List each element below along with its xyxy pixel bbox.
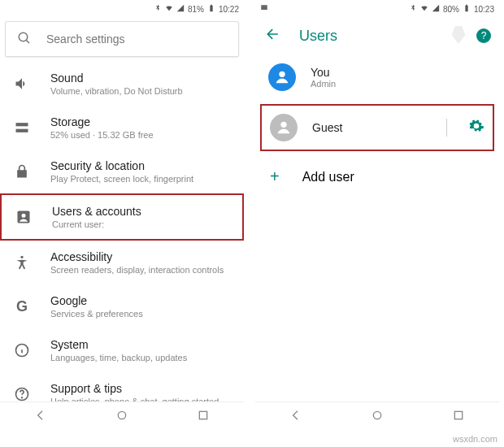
user-role: Admin	[311, 79, 336, 89]
back-arrow-icon[interactable]	[265, 26, 281, 46]
svg-point-17	[373, 411, 380, 419]
add-user-label: Add user	[302, 170, 354, 184]
status-bar: 80% 10:23	[255, 0, 499, 16]
avatar-icon	[270, 114, 298, 141]
plus-icon: +	[270, 167, 280, 186]
help-button[interactable]: ?	[476, 28, 491, 43]
nav-bar	[255, 401, 499, 431]
settings-item-system[interactable]: System Languages, time, backup, updates	[0, 328, 244, 372]
home-nav-icon[interactable]	[371, 409, 384, 425]
bluetooth-icon	[154, 4, 162, 14]
bluetooth-icon	[409, 4, 417, 14]
item-title: System	[50, 338, 187, 351]
watermark-logo	[447, 26, 470, 44]
settings-item-support[interactable]: Support & tips Help articles, phone & ch…	[0, 372, 244, 401]
search-placeholder: Search settings	[46, 33, 125, 46]
battery-icon	[207, 4, 215, 14]
nav-bar	[0, 401, 244, 431]
account-box-icon	[15, 209, 33, 225]
item-sub: Services & preferences	[50, 309, 143, 319]
svg-point-11	[22, 397, 23, 398]
item-title: Storage	[50, 115, 154, 128]
back-nav-icon[interactable]	[34, 409, 47, 425]
watermark-text: wsxdn.com	[453, 434, 497, 444]
gear-icon[interactable]	[468, 118, 484, 137]
svg-point-12	[118, 411, 125, 419]
search-icon	[17, 31, 32, 48]
item-title: Sound	[50, 72, 183, 85]
item-title: Google	[50, 294, 143, 307]
svg-point-6	[20, 256, 23, 258]
item-sub: Volume, vibration, Do Not Disturb	[50, 86, 183, 96]
user-you[interactable]: You Admin	[255, 55, 499, 99]
battery-percent: 81%	[188, 5, 204, 14]
signal-icon	[176, 4, 185, 14]
divider	[446, 119, 447, 137]
settings-item-security[interactable]: Security & location Play Protect, screen…	[0, 150, 244, 193]
signal-icon	[432, 4, 440, 14]
accessibility-icon	[13, 254, 31, 271]
svg-point-16	[280, 122, 286, 128]
item-sub: Play Protect, screen lock, fingerprint	[50, 174, 193, 184]
settings-item-storage[interactable]: Storage 52% used · 15.32 GB free	[0, 106, 244, 150]
item-title: Accessibility	[50, 250, 224, 263]
svg-point-0	[19, 33, 28, 41]
recents-nav-icon[interactable]	[197, 409, 210, 425]
recents-nav-icon[interactable]	[452, 409, 465, 425]
avatar-icon	[268, 63, 296, 91]
settings-item-accessibility[interactable]: Accessibility Screen readers, display, i…	[0, 241, 244, 284]
svg-point-5	[22, 214, 26, 218]
clock: 10:23	[474, 5, 494, 14]
svg-rect-3	[16, 129, 28, 132]
item-sub: Screen readers, display, interaction con…	[50, 265, 224, 275]
settings-item-google[interactable]: G Google Services & preferences	[0, 284, 244, 328]
item-sub: 52% used · 15.32 GB free	[50, 130, 154, 140]
item-title: Security & location	[50, 159, 193, 172]
item-sub: Languages, time, backup, updates	[50, 353, 187, 362]
back-nav-icon[interactable]	[289, 409, 302, 425]
users-screen: 80% 10:23 Users ? You Admin	[255, 0, 499, 431]
wifi-icon	[165, 4, 173, 14]
status-bar: 81% 10:22	[0, 0, 244, 16]
info-icon	[13, 342, 31, 358]
lock-icon	[13, 163, 31, 180]
svg-rect-14	[261, 5, 267, 10]
add-user[interactable]: + Add user	[255, 156, 499, 197]
user-guest[interactable]: Guest	[260, 104, 494, 151]
home-nav-icon[interactable]	[115, 409, 128, 425]
volume-icon	[13, 76, 31, 92]
svg-rect-13	[199, 411, 206, 419]
search-settings[interactable]: Search settings	[5, 21, 239, 57]
svg-point-15	[279, 72, 285, 77]
battery-percent: 80%	[443, 5, 459, 14]
storage-icon	[13, 119, 31, 136]
wifi-icon	[420, 4, 428, 14]
clock: 10:22	[219, 5, 239, 14]
screenshot-indicator-icon	[260, 3, 268, 15]
item-sub: Current user:	[52, 219, 141, 229]
user-name: You	[311, 66, 336, 79]
settings-item-users-accounts[interactable]: Users & accounts Current user:	[0, 193, 244, 241]
page-title: Users	[299, 28, 337, 45]
settings-screen: 81% 10:22 Search settings Sound Volume, …	[0, 0, 244, 431]
item-title: Support & tips	[50, 382, 219, 395]
google-icon: G	[13, 298, 31, 315]
settings-list: Sound Volume, vibration, Do Not Disturb …	[0, 62, 244, 401]
battery-icon	[463, 4, 471, 14]
item-title: Users & accounts	[52, 205, 141, 218]
settings-item-sound[interactable]: Sound Volume, vibration, Do Not Disturb	[0, 62, 244, 106]
help-icon	[13, 386, 31, 401]
svg-rect-18	[454, 411, 462, 419]
user-name: Guest	[312, 121, 342, 134]
app-bar: Users ?	[255, 16, 499, 55]
svg-line-1	[26, 40, 29, 43]
svg-rect-2	[16, 123, 28, 126]
